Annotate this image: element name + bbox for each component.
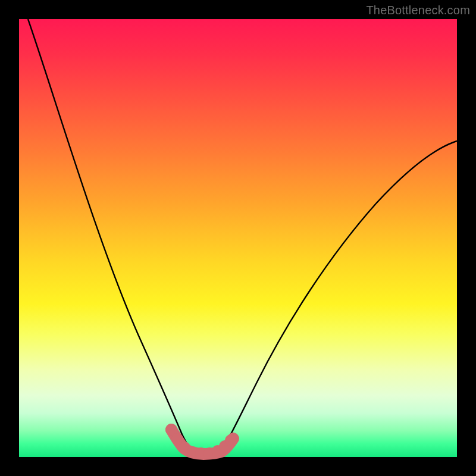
chart-frame: TheBottleneck.com <box>0 0 476 476</box>
right-curve <box>220 141 457 453</box>
left-curve <box>28 19 193 453</box>
chart-svg <box>19 19 457 457</box>
watermark-text: TheBottleneck.com <box>366 4 470 17</box>
svg-point-8 <box>225 434 237 446</box>
plot-area <box>19 19 457 457</box>
